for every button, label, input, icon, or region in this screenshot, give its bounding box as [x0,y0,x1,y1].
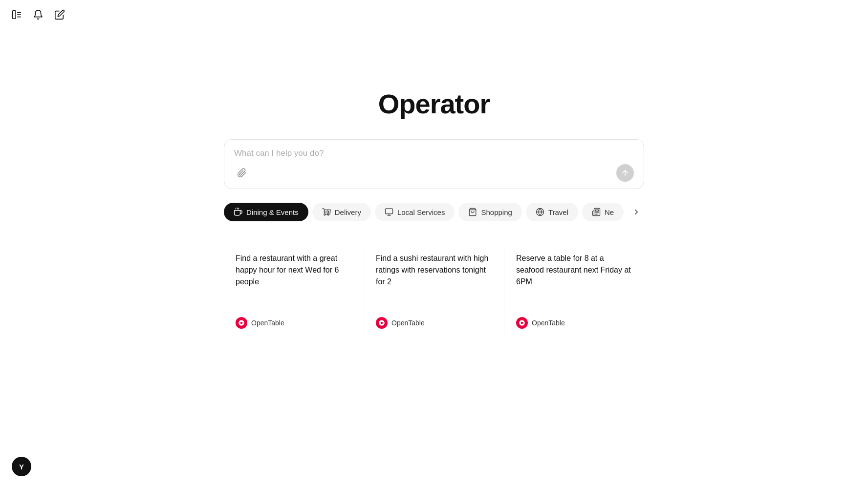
card-footer-2: OpenTable [376,317,492,329]
svg-point-17 [240,322,243,324]
card-footer-1: OpenTable [236,317,352,329]
search-input[interactable] [234,149,634,158]
opentable-logo-3 [516,317,528,329]
toolbar [0,0,76,29]
svg-point-21 [521,322,523,324]
opentable-logo-2 [376,317,388,329]
opentable-logo-1 [236,317,247,329]
svg-point-19 [381,322,383,324]
tab-travel[interactable]: Travel [526,203,578,221]
suggestion-card-1[interactable]: Find a restaurant with a great happy hou… [224,241,364,339]
tabs-scroll-right[interactable] [629,205,643,219]
tab-dining-events[interactable]: Dining & Events [224,203,308,221]
main-content: Operator [0,0,868,488]
attach-button[interactable] [234,165,250,181]
suggestion-card-3[interactable]: Reserve a table for 8 at a seafood resta… [504,241,644,339]
tab-news[interactable]: Ne [582,203,624,221]
notification-button[interactable] [31,8,45,21]
category-tabs: Dining & Events Delivery Local Services [224,203,644,221]
send-button[interactable] [616,164,634,182]
suggestion-card-2[interactable]: Find a sushi restaurant with high rating… [364,241,504,339]
search-input-row [234,149,634,158]
search-toolbar-row [234,164,634,182]
card-footer-3: OpenTable [516,317,632,329]
app-title: Operator [378,88,490,120]
user-avatar[interactable]: Y [12,457,31,476]
svg-rect-0 [13,11,16,19]
tab-shopping[interactable]: Shopping [458,203,521,221]
tab-local-services[interactable]: Local Services [375,203,455,221]
compose-button[interactable] [53,8,66,21]
svg-rect-10 [385,209,392,214]
search-container [224,139,644,189]
sidebar-toggle-button[interactable] [10,8,23,21]
suggestion-cards: Find a restaurant with a great happy hou… [224,241,644,339]
tab-delivery[interactable]: Delivery [312,203,371,221]
